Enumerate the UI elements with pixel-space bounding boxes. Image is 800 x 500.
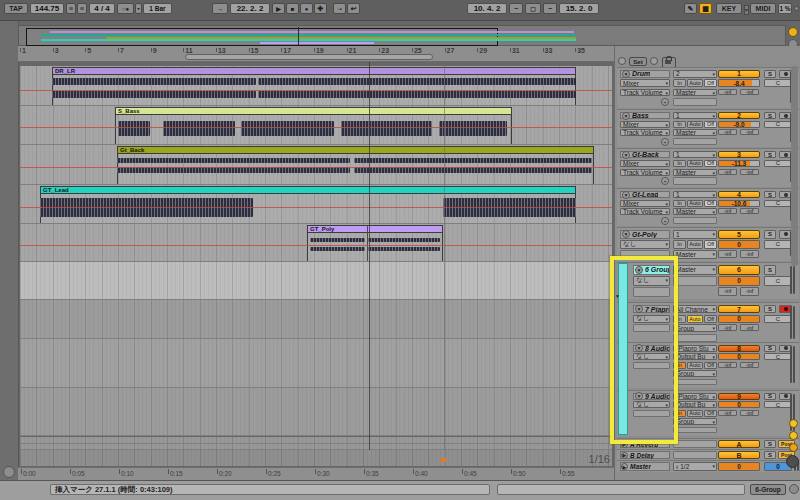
- solo-button[interactable]: S: [764, 70, 776, 78]
- track-fold-arrow[interactable]: ▼: [635, 305, 643, 313]
- pan-field[interactable]: C: [764, 401, 792, 408]
- return-solo-button[interactable]: S: [764, 440, 776, 448]
- io-chooser[interactable]: Group: [673, 418, 717, 425]
- monitor-in-button[interactable]: In: [673, 410, 686, 417]
- track-name-row-7 Piapro S[interactable]: ▼7 Piapro S: [633, 305, 670, 313]
- pan-view-button[interactable]: [786, 455, 799, 468]
- track-fold-arrow[interactable]: ▼: [622, 230, 630, 238]
- volume-field[interactable]: 0: [718, 401, 760, 408]
- pan-field[interactable]: C: [764, 121, 792, 128]
- empty-chooser-box[interactable]: [633, 287, 670, 297]
- io-chooser[interactable]: Master: [673, 265, 717, 275]
- empty-io-box[interactable]: [673, 177, 717, 184]
- pan-field[interactable]: C: [764, 79, 792, 87]
- empty-io-box[interactable]: [673, 334, 717, 342]
- return-activator-button[interactable]: B: [718, 451, 760, 459]
- io-chooser[interactable]: 1: [673, 230, 717, 239]
- device-chooser[interactable]: Track Volume: [620, 129, 670, 136]
- io-chooser[interactable]: Master: [673, 129, 717, 136]
- monitor-auto-button[interactable]: Auto: [687, 121, 703, 128]
- follow-button[interactable]: →: [212, 3, 228, 14]
- time-ruler[interactable]: 0:000:050:100:150:200:250:300:350:400:45…: [18, 467, 614, 480]
- volume-field[interactable]: -8.4: [718, 79, 760, 87]
- pan-field[interactable]: C: [764, 240, 792, 249]
- return-name-row[interactable]: ▶B Delay: [620, 451, 670, 459]
- volume-automation-line[interactable]: [20, 90, 612, 91]
- track-name-row-Drum[interactable]: ▼Drum: [620, 70, 670, 78]
- track-name-row-8 Audio[interactable]: ▼8 Audio: [633, 345, 670, 352]
- return-io-box[interactable]: [673, 440, 717, 448]
- metronome-menu-button[interactable]: ▾: [135, 3, 142, 14]
- solo-button[interactable]: S: [764, 230, 776, 239]
- stop-button[interactable]: ■: [286, 3, 299, 14]
- monitor-off-button[interactable]: Off: [704, 240, 717, 249]
- volume-field[interactable]: -10.6: [718, 200, 760, 207]
- master-volume-field[interactable]: 0: [718, 462, 760, 471]
- track-name-row-Gt-Lead[interactable]: ▼Gt-Lead: [620, 191, 670, 198]
- track-lane-6[interactable]: [20, 300, 612, 339]
- empty-chooser-box[interactable]: [620, 250, 670, 259]
- track-fold-arrow[interactable]: ▼: [622, 112, 630, 120]
- clip-S_Bass[interactable]: S_Bass: [115, 107, 512, 115]
- io-chooser[interactable]: 2: [673, 70, 717, 78]
- overdub-button[interactable]: ✚: [314, 3, 327, 14]
- reenable-automation-button[interactable]: ↩: [347, 3, 360, 14]
- track-fold-arrow[interactable]: ▼: [635, 392, 643, 400]
- volume-field[interactable]: 0: [718, 240, 760, 249]
- empty-io-box[interactable]: [673, 98, 717, 106]
- track-activator-button[interactable]: 8: [718, 345, 760, 352]
- empty-io-box[interactable]: [673, 427, 717, 434]
- track-fold-arrow[interactable]: ▼: [622, 191, 630, 199]
- monitor-off-button[interactable]: Off: [704, 200, 717, 207]
- io-chooser[interactable]: -Piapro Stu: [673, 345, 717, 352]
- solo-button[interactable]: S: [764, 305, 776, 313]
- io-chooser[interactable]: Group: [673, 370, 717, 377]
- return-name-row[interactable]: ▶A Reverb: [620, 440, 670, 448]
- volume-automation-line[interactable]: [20, 245, 612, 246]
- track-lane-5[interactable]: [20, 262, 612, 300]
- track-fold-arrow[interactable]: ▼: [622, 70, 630, 78]
- quantization-menu[interactable]: 1 Bar: [143, 3, 172, 14]
- monitor-auto-button[interactable]: Auto: [687, 315, 703, 323]
- io-chooser[interactable]: Master: [673, 208, 717, 215]
- track-lane-7[interactable]: [20, 339, 612, 388]
- empty-chooser-box[interactable]: [633, 324, 670, 332]
- tap-tempo-button[interactable]: TAP: [4, 3, 28, 14]
- empty-io-box[interactable]: [673, 379, 717, 386]
- track-activator-button[interactable]: 3: [718, 151, 760, 158]
- solo-button[interactable]: S: [764, 151, 776, 158]
- add-automation-lane-button[interactable]: +: [661, 217, 669, 225]
- loop-button[interactable]: ▢: [525, 3, 541, 14]
- master-name-row[interactable]: ▶Master: [620, 462, 670, 471]
- monitor-auto-button[interactable]: Auto: [687, 240, 703, 249]
- io-chooser[interactable]: All Channe: [673, 305, 717, 313]
- io-chooser[interactable]: 1: [673, 151, 717, 158]
- tempo-display[interactable]: 144.75: [30, 3, 64, 14]
- device-chooser[interactable]: なし: [620, 240, 670, 249]
- solo-button[interactable]: S: [764, 112, 776, 119]
- track-activator-button[interactable]: 5: [718, 230, 760, 239]
- monitor-in-button[interactable]: In: [673, 362, 686, 369]
- clip-DR_LR[interactable]: DR_LR: [52, 67, 576, 75]
- monitor-auto-button[interactable]: Auto: [687, 160, 703, 167]
- track-lane-8[interactable]: [20, 388, 612, 437]
- monitor-off-button[interactable]: Off: [704, 410, 717, 417]
- record-button[interactable]: ●: [300, 3, 313, 14]
- io-chooser[interactable]: 1: [673, 112, 717, 119]
- scroll-follow-button-3[interactable]: [789, 443, 798, 452]
- return-io-box[interactable]: [673, 451, 717, 459]
- pan-field[interactable]: C: [764, 353, 792, 360]
- arrangement-position-display[interactable]: 22. 2. 2: [230, 3, 270, 14]
- metronome-button[interactable]: ○●: [117, 3, 134, 14]
- vertical-scrollbar[interactable]: [791, 66, 798, 266]
- nudge-up-button[interactable]: III: [77, 3, 87, 14]
- track-name-row-Gt-Back[interactable]: ▼Gt-Back: [620, 151, 670, 158]
- track-activator-button[interactable]: 4: [718, 191, 760, 198]
- track-name-row-Bass[interactable]: ▼Bass: [620, 112, 670, 119]
- track-name-row-9 Audio[interactable]: ▼9 Audio: [633, 393, 670, 400]
- clip-GT_Poly[interactable]: GT_Poly: [307, 225, 443, 233]
- monitor-auto-button[interactable]: Auto: [687, 362, 703, 369]
- loop-start-display[interactable]: 10. 4. 2: [467, 3, 507, 14]
- selected-track-badge[interactable]: 6-Group: [750, 484, 786, 495]
- empty-io-box[interactable]: [673, 276, 717, 286]
